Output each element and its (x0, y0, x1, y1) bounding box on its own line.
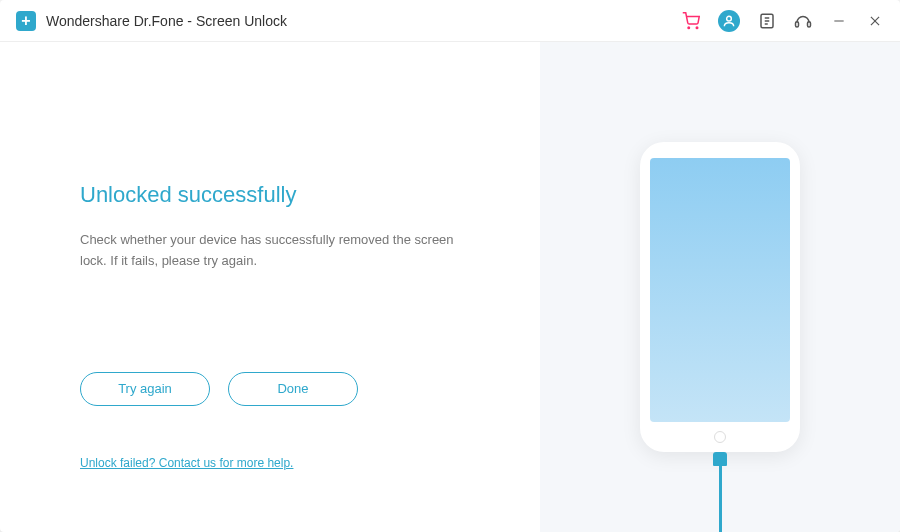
status-heading: Unlocked successfully (80, 182, 540, 208)
titlebar-left: + Wondershare Dr.Fone - Screen Unlock (16, 11, 287, 31)
status-description: Check whether your device has successful… (80, 230, 480, 272)
cable-connector-icon (713, 452, 727, 466)
svg-rect-7 (796, 21, 799, 26)
left-panel: Unlocked successfully Check whether your… (0, 42, 540, 532)
phone-illustration (640, 142, 800, 452)
user-icon[interactable] (718, 10, 740, 32)
app-logo-icon: + (16, 11, 36, 31)
cable-illustration (712, 452, 728, 532)
cable-wire-icon (719, 466, 722, 532)
done-button[interactable]: Done (228, 372, 358, 406)
try-again-button[interactable]: Try again (80, 372, 210, 406)
titlebar-right (682, 10, 884, 32)
svg-rect-8 (808, 21, 811, 26)
phone-home-button-icon (714, 431, 726, 443)
svg-point-0 (688, 27, 690, 29)
svg-point-1 (696, 27, 698, 29)
feedback-icon[interactable] (758, 12, 776, 30)
titlebar: + Wondershare Dr.Fone - Screen Unlock (0, 0, 900, 42)
minimize-button[interactable] (830, 12, 848, 30)
app-title: Wondershare Dr.Fone - Screen Unlock (46, 13, 287, 29)
svg-point-2 (727, 16, 732, 21)
app-window: + Wondershare Dr.Fone - Screen Unlock (0, 0, 900, 532)
help-link[interactable]: Unlock failed? Contact us for more help. (80, 456, 540, 470)
content-area: Unlocked successfully Check whether your… (0, 42, 900, 532)
phone-screen (650, 158, 790, 422)
close-button[interactable] (866, 12, 884, 30)
cart-icon[interactable] (682, 12, 700, 30)
button-row: Try again Done (80, 372, 540, 406)
right-panel (540, 42, 900, 532)
support-icon[interactable] (794, 12, 812, 30)
